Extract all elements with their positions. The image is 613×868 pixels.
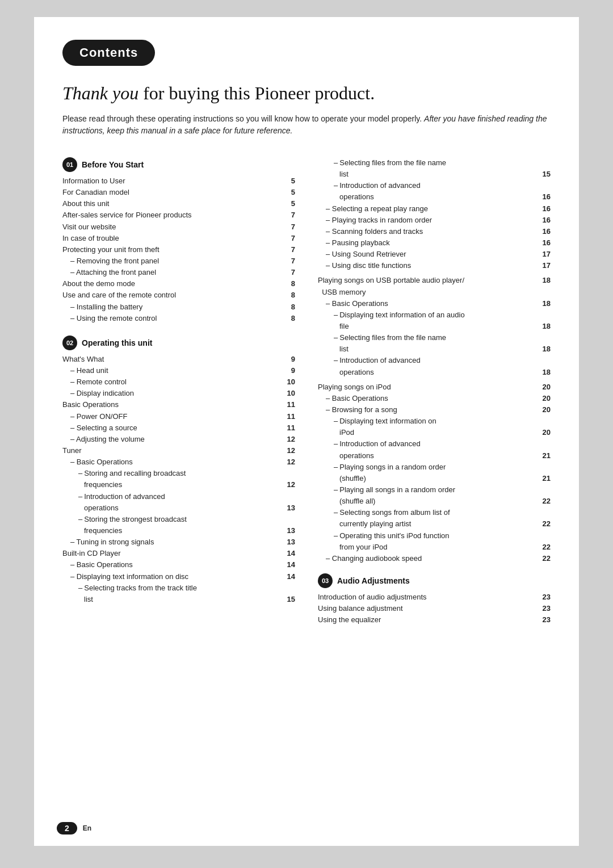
toc-item: Visit our website 7 [62, 221, 295, 233]
toc-item: – Browsing for a song 20 [318, 404, 551, 416]
toc-item: – Using disc title functions 17 [318, 260, 551, 271]
toc-item: – Selecting files from the file name lis… [318, 157, 551, 180]
toc-item: After-sales service for Pioneer products… [62, 209, 295, 221]
toc-item: What's What 9 [62, 354, 295, 365]
section-03-heading: 03 Audio Adjustments [318, 573, 551, 588]
section-02-badge: 02 [62, 336, 77, 350]
toc-item: – Introduction of advanced operations 18 [318, 355, 551, 378]
toc-item: For Canadian model 5 [62, 187, 295, 198]
toc-item: – Removing the front panel 7 [62, 255, 295, 267]
page: Contents Thank you for buying this Pione… [34, 17, 579, 846]
toc-item: – Remote control 10 [62, 376, 295, 388]
toc-item: – Introduction of advanced operations 21 [318, 438, 551, 461]
ipod-section-heading: Playing songs on iPod 20 [318, 381, 551, 393]
toc-item: – Display indication 10 [62, 388, 295, 399]
toc-item: – Selecting a source 11 [62, 422, 295, 434]
toc-item: – Pausing playback 16 [318, 237, 551, 249]
toc-item: – Head unit 9 [62, 365, 295, 376]
section-03-title: Audio Adjustments [337, 576, 410, 585]
toc-item: – Using the remote control 8 [62, 313, 295, 324]
toc-item: – Storing the strongest broadcast freque… [62, 514, 295, 536]
toc-item: – Displaying text information of an audi… [318, 309, 551, 332]
toc-item: – Introduction of advanced operations 13 [62, 491, 295, 514]
toc-item: Information to User 5 [62, 175, 295, 187]
toc-item: – Selecting songs from album list of cur… [318, 507, 551, 530]
toc-item: In case of trouble 7 [62, 233, 295, 244]
heading-italic: Thank you [62, 83, 138, 103]
toc-item: – Basic Operations 20 [318, 393, 551, 404]
heading-rest: for buying this Pioneer product. [138, 83, 375, 103]
toc-item: Introduction of audio adjustments 23 [318, 592, 551, 603]
toc-item: – Playing songs in a random order (shuff… [318, 462, 551, 484]
toc-item: – Adjusting the volume 12 [62, 434, 295, 445]
toc-item: Playing songs on iPod 20 [318, 381, 551, 393]
toc-item: – Basic Operations 12 [62, 456, 295, 468]
toc-item: Use and care of the remote control 8 [62, 290, 295, 301]
toc-item: – Changing audiobook speed 22 [318, 553, 551, 564]
toc-item: – Operating this unit's iPod function fr… [318, 530, 551, 553]
toc-right: – Selecting files from the file name lis… [318, 157, 551, 626]
toc-item: Basic Operations 11 [62, 399, 295, 410]
toc-item: Using balance adjustment 23 [318, 603, 551, 614]
section-02-heading: 02 Operating this unit [62, 336, 295, 350]
section-01-title: Before You Start [82, 160, 144, 169]
toc-item: – Tuning in strong signals 13 [62, 536, 295, 548]
section-01-badge: 01 [62, 157, 77, 172]
toc-item: Protecting your unit from theft 7 [62, 244, 295, 255]
toc-left: 01 Before You Start Information to User … [62, 157, 295, 605]
toc-item: Playing songs on USB portable audio play… [318, 275, 551, 297]
toc-item: About the demo mode 8 [62, 278, 295, 290]
toc-item: – Selecting tracks from the track title … [62, 582, 295, 605]
toc-item: – Playing all songs in a random order (s… [318, 484, 551, 507]
toc-item: – Power ON/OFF 11 [62, 411, 295, 422]
section-03-badge: 03 [318, 573, 333, 588]
contents-banner: Contents [62, 40, 155, 66]
toc-item: Tuner 12 [62, 445, 295, 456]
toc-item: – Selecting a repeat play range 16 [318, 203, 551, 215]
section-01-heading: 01 Before You Start [62, 157, 295, 172]
page-number: 2 [57, 822, 77, 835]
main-heading: Thank you for buying this Pioneer produc… [62, 83, 551, 104]
contents-label: Contents [79, 45, 138, 60]
intro-text: Please read through these operating inst… [62, 113, 551, 137]
toc-item: – Attaching the front panel 7 [62, 267, 295, 278]
language-label: En [83, 824, 91, 832]
toc-item: – Displaying text information on disc 14 [62, 571, 295, 582]
toc-item: – Selecting files from the file name lis… [318, 332, 551, 355]
section-02-title: Operating this unit [82, 338, 152, 347]
toc-item: Built-in CD Player 14 [62, 548, 295, 559]
toc-item: – Introduction of advanced operations 16 [318, 180, 551, 203]
toc-item: – Scanning folders and tracks 16 [318, 226, 551, 237]
toc-item: About this unit 5 [62, 198, 295, 209]
usb-section-heading: Playing songs on USB portable audio play… [318, 275, 551, 297]
toc-columns: 01 Before You Start Information to User … [62, 157, 551, 626]
toc-item: – Displaying text information on iPod 20 [318, 416, 551, 438]
toc-item: – Basic Operations 18 [318, 298, 551, 309]
toc-item: – Storing and recalling broadcast freque… [62, 468, 295, 490]
toc-item: – Playing tracks in random order 16 [318, 215, 551, 226]
toc-item: – Basic Operations 14 [62, 559, 295, 571]
toc-item: – Installing the battery 8 [62, 301, 295, 313]
page-footer: 2 En [57, 822, 91, 835]
toc-item: Using the equalizer 23 [318, 614, 551, 626]
toc-item: – Using Sound Retriever 17 [318, 249, 551, 260]
